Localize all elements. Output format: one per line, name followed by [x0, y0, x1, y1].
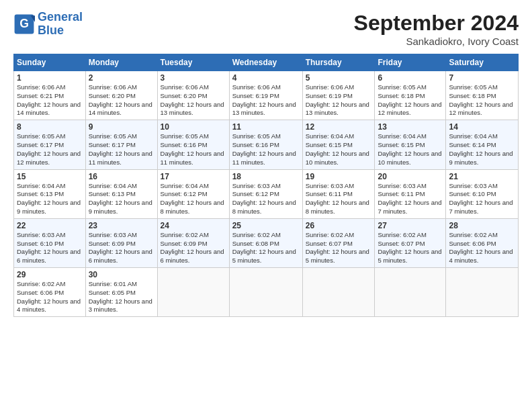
day-info: Sunrise: 6:06 AM Sunset: 6:19 PM Dayligh… [306, 83, 372, 118]
day-number: 30 [89, 270, 154, 279]
calendar-cell: 29 Sunrise: 6:02 AM Sunset: 6:06 PM Dayl… [14, 268, 86, 317]
day-number: 3 [161, 73, 226, 83]
day-info: Sunrise: 6:03 AM Sunset: 6:10 PM Dayligh… [449, 182, 515, 216]
calendar-week-row: 1 Sunrise: 6:06 AM Sunset: 6:21 PM Dayli… [14, 71, 519, 120]
calendar-cell: 12 Sunrise: 6:04 AM Sunset: 6:15 PM Dayl… [302, 120, 375, 169]
day-info: Sunrise: 6:05 AM Sunset: 6:16 PM Dayligh… [161, 132, 226, 167]
day-number: 2 [89, 73, 154, 83]
day-number: 12 [306, 122, 372, 132]
calendar: SundayMondayTuesdayWednesdayThursdayFrid… [13, 54, 519, 317]
calendar-body: 1 Sunrise: 6:06 AM Sunset: 6:21 PM Dayli… [14, 71, 519, 317]
calendar-header-cell: Tuesday [157, 54, 229, 71]
day-info: Sunrise: 6:04 AM Sunset: 6:13 PM Dayligh… [17, 182, 83, 216]
day-number: 15 [17, 172, 83, 181]
day-number: 10 [161, 122, 226, 132]
day-info: Sunrise: 6:04 AM Sunset: 6:15 PM Dayligh… [306, 132, 372, 167]
calendar-cell: 4 Sunrise: 6:06 AM Sunset: 6:19 PM Dayli… [229, 71, 302, 120]
day-number: 5 [306, 73, 372, 83]
calendar-cell: 7 Sunrise: 6:05 AM Sunset: 6:18 PM Dayli… [446, 71, 519, 120]
day-info: Sunrise: 6:02 AM Sunset: 6:06 PM Dayligh… [449, 231, 515, 265]
calendar-header-cell: Monday [85, 54, 157, 71]
day-info: Sunrise: 6:02 AM Sunset: 6:07 PM Dayligh… [306, 231, 372, 265]
day-info: Sunrise: 6:06 AM Sunset: 6:20 PM Dayligh… [161, 83, 226, 118]
calendar-cell: 8 Sunrise: 6:05 AM Sunset: 6:17 PM Dayli… [14, 120, 86, 169]
day-info: Sunrise: 6:04 AM Sunset: 6:13 PM Dayligh… [89, 182, 154, 216]
logo-line2: Blue [38, 24, 83, 38]
day-info: Sunrise: 6:06 AM Sunset: 6:20 PM Dayligh… [89, 83, 154, 118]
calendar-cell: 22 Sunrise: 6:03 AM Sunset: 6:10 PM Dayl… [14, 218, 86, 267]
calendar-header-cell: Friday [375, 54, 446, 71]
day-info: Sunrise: 6:01 AM Sunset: 6:05 PM Dayligh… [89, 280, 154, 314]
title-area: September 2024 Sankadiokro, Ivory Coast [354, 11, 519, 47]
calendar-cell [229, 268, 302, 317]
calendar-cell: 9 Sunrise: 6:05 AM Sunset: 6:17 PM Dayli… [85, 120, 157, 169]
calendar-cell: 18 Sunrise: 6:03 AM Sunset: 6:12 PM Dayl… [229, 169, 302, 218]
day-number: 27 [378, 221, 443, 230]
day-number: 9 [89, 122, 154, 132]
logo-icon: G [13, 13, 35, 35]
svg-text:G: G [19, 17, 29, 30]
day-info: Sunrise: 6:05 AM Sunset: 6:16 PM Dayligh… [232, 132, 300, 167]
day-info: Sunrise: 6:04 AM Sunset: 6:15 PM Dayligh… [378, 132, 443, 167]
calendar-cell: 13 Sunrise: 6:04 AM Sunset: 6:15 PM Dayl… [375, 120, 446, 169]
calendar-cell: 21 Sunrise: 6:03 AM Sunset: 6:10 PM Dayl… [446, 169, 519, 218]
day-number: 25 [232, 221, 300, 230]
calendar-header-cell: Saturday [446, 54, 519, 71]
calendar-cell: 27 Sunrise: 6:02 AM Sunset: 6:07 PM Dayl… [375, 218, 446, 267]
day-number: 1 [17, 73, 83, 83]
day-number: 14 [449, 122, 515, 132]
day-info: Sunrise: 6:06 AM Sunset: 6:21 PM Dayligh… [17, 83, 83, 118]
day-number: 7 [449, 73, 515, 83]
calendar-cell: 23 Sunrise: 6:03 AM Sunset: 6:09 PM Dayl… [85, 218, 157, 267]
month-title: September 2024 [354, 11, 519, 36]
day-info: Sunrise: 6:05 AM Sunset: 6:17 PM Dayligh… [17, 132, 83, 167]
logo-text: General Blue [38, 11, 83, 38]
calendar-header-cell: Thursday [302, 54, 375, 71]
day-info: Sunrise: 6:05 AM Sunset: 6:18 PM Dayligh… [378, 83, 443, 118]
calendar-cell: 10 Sunrise: 6:05 AM Sunset: 6:16 PM Dayl… [157, 120, 229, 169]
calendar-cell: 11 Sunrise: 6:05 AM Sunset: 6:16 PM Dayl… [229, 120, 302, 169]
calendar-cell: 17 Sunrise: 6:04 AM Sunset: 6:12 PM Dayl… [157, 169, 229, 218]
calendar-cell: 26 Sunrise: 6:02 AM Sunset: 6:07 PM Dayl… [302, 218, 375, 267]
day-number: 4 [232, 73, 300, 83]
calendar-cell [302, 268, 375, 317]
page: G General Blue September 2024 Sankadiokr… [0, 0, 532, 411]
calendar-cell: 1 Sunrise: 6:06 AM Sunset: 6:21 PM Dayli… [14, 71, 86, 120]
day-info: Sunrise: 6:03 AM Sunset: 6:11 PM Dayligh… [378, 182, 443, 216]
day-info: Sunrise: 6:05 AM Sunset: 6:17 PM Dayligh… [89, 132, 154, 167]
calendar-cell [157, 268, 229, 317]
day-number: 8 [17, 122, 83, 132]
calendar-cell: 15 Sunrise: 6:04 AM Sunset: 6:13 PM Dayl… [14, 169, 86, 218]
day-number: 18 [232, 172, 300, 181]
day-info: Sunrise: 6:04 AM Sunset: 6:12 PM Dayligh… [161, 182, 226, 216]
calendar-cell: 25 Sunrise: 6:02 AM Sunset: 6:08 PM Dayl… [229, 218, 302, 267]
day-info: Sunrise: 6:05 AM Sunset: 6:18 PM Dayligh… [449, 83, 515, 118]
header: G General Blue September 2024 Sankadiokr… [13, 11, 519, 47]
day-info: Sunrise: 6:02 AM Sunset: 6:06 PM Dayligh… [17, 280, 83, 314]
calendar-cell: 20 Sunrise: 6:03 AM Sunset: 6:11 PM Dayl… [375, 169, 446, 218]
day-info: Sunrise: 6:04 AM Sunset: 6:14 PM Dayligh… [449, 132, 515, 167]
day-number: 13 [378, 122, 443, 132]
calendar-cell: 24 Sunrise: 6:02 AM Sunset: 6:09 PM Dayl… [157, 218, 229, 267]
calendar-week-row: 22 Sunrise: 6:03 AM Sunset: 6:10 PM Dayl… [14, 218, 519, 267]
day-number: 6 [378, 73, 443, 83]
day-info: Sunrise: 6:02 AM Sunset: 6:09 PM Dayligh… [161, 231, 226, 265]
calendar-cell: 14 Sunrise: 6:04 AM Sunset: 6:14 PM Dayl… [446, 120, 519, 169]
logo-line1: General [38, 11, 83, 24]
calendar-cell: 19 Sunrise: 6:03 AM Sunset: 6:11 PM Dayl… [302, 169, 375, 218]
day-number: 17 [161, 172, 226, 181]
day-info: Sunrise: 6:03 AM Sunset: 6:09 PM Dayligh… [89, 231, 154, 265]
calendar-cell: 6 Sunrise: 6:05 AM Sunset: 6:18 PM Dayli… [375, 71, 446, 120]
calendar-cell [446, 268, 519, 317]
day-number: 19 [306, 172, 372, 181]
calendar-header-cell: Sunday [14, 54, 86, 71]
calendar-header-row: SundayMondayTuesdayWednesdayThursdayFrid… [14, 54, 519, 71]
day-number: 11 [232, 122, 300, 132]
day-info: Sunrise: 6:02 AM Sunset: 6:08 PM Dayligh… [232, 231, 300, 265]
calendar-cell: 2 Sunrise: 6:06 AM Sunset: 6:20 PM Dayli… [85, 71, 157, 120]
calendar-week-row: 8 Sunrise: 6:05 AM Sunset: 6:17 PM Dayli… [14, 120, 519, 169]
day-number: 23 [89, 221, 154, 230]
location: Sankadiokro, Ivory Coast [354, 36, 519, 47]
calendar-cell: 5 Sunrise: 6:06 AM Sunset: 6:19 PM Dayli… [302, 71, 375, 120]
calendar-cell: 3 Sunrise: 6:06 AM Sunset: 6:20 PM Dayli… [157, 71, 229, 120]
